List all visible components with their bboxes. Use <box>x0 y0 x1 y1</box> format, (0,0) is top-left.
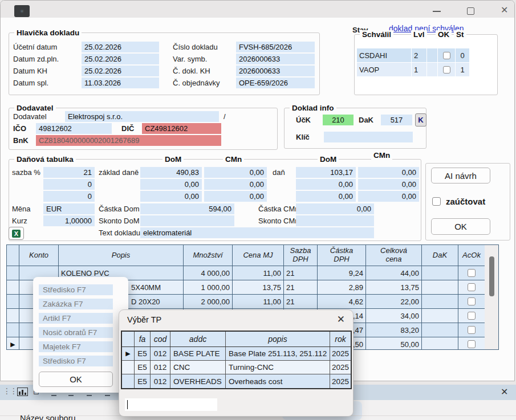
kurz-field[interactable]: 1,00000 <box>43 215 95 226</box>
skonto-cmn-field[interactable] <box>296 215 374 226</box>
dan-cmn-field[interactable]: 0,00 <box>358 191 419 202</box>
cell-sazba-dph: 21 <box>284 280 318 294</box>
dan-dom-field[interactable]: 0,00 <box>296 179 356 190</box>
grid-scrollbar-thumb[interactable] <box>489 256 494 296</box>
acok-checkbox[interactable] <box>468 269 476 277</box>
cell-castka-dph: 9,24 <box>318 266 366 280</box>
cislo-dokladu-field[interactable]: FVSH-685/2026 <box>236 42 315 52</box>
schvalil-row[interactable]: CSDAHI 2 0 <box>357 48 469 62</box>
zaklad-dom-field[interactable]: 490,83 <box>140 167 202 178</box>
col-dom2-label: DoM <box>318 155 339 164</box>
mena-field[interactable]: EUR <box>43 203 95 214</box>
menu-item-stredisko[interactable]: Středisko F7 <box>39 284 113 295</box>
approver-ok-checkbox[interactable] <box>443 66 450 74</box>
ico-field[interactable]: 49812602 <box>36 123 112 134</box>
drag-handle-icon[interactable]: ⋮⋮ <box>3 386 17 395</box>
tp-table-header: fa cod addc popis rok <box>122 332 351 347</box>
dak-label: DaK <box>359 115 373 125</box>
cell-acok <box>458 323 485 337</box>
datum-spl-field[interactable]: 11.03.2026 <box>82 78 159 88</box>
spacer-cell <box>427 63 437 76</box>
dic-field[interactable]: CZ49812602 <box>142 123 221 134</box>
dialog-close-icon[interactable]: ✕ <box>337 313 345 325</box>
text-dokladu-field[interactable]: elektromateriál <box>140 227 374 238</box>
menu-item-majetek[interactable]: Majetek F7 <box>39 341 113 352</box>
zaklad-cmn-field[interactable]: 0,00 <box>204 179 267 190</box>
dan-cmn-field[interactable]: 0,00 <box>358 179 419 190</box>
acok-checkbox[interactable] <box>468 340 476 348</box>
acok-checkbox[interactable] <box>468 283 476 291</box>
sazba-field[interactable]: 0 <box>43 191 95 202</box>
var-symb-field[interactable]: 2026000633 <box>236 54 315 64</box>
sazba-field[interactable]: 21 <box>43 167 95 178</box>
minimize-icon[interactable] <box>433 11 441 12</box>
chart-icon[interactable] <box>17 388 28 396</box>
ai-navrh-button[interactable]: AI návrh <box>431 168 490 184</box>
row-selector <box>7 295 19 308</box>
zaklad-cmn-field[interactable]: 0,00 <box>204 167 267 178</box>
dak-field[interactable]: 517 <box>381 115 412 125</box>
acok-checkbox[interactable] <box>468 326 476 334</box>
schvalil-col-st: St <box>454 30 466 39</box>
uck-field[interactable]: 210 <box>323 115 354 125</box>
ucetni-datum-field[interactable]: 25.02.2026 <box>82 42 159 52</box>
excel-icon: X <box>12 230 21 238</box>
ok-button[interactable]: OK <box>431 218 490 235</box>
zauctovat-checkbox[interactable] <box>432 197 441 206</box>
danova-title: Daňová tabulka <box>14 155 76 164</box>
grid-scrollbar-track[interactable] <box>485 245 498 349</box>
tp-row[interactable]: E5 012 CNC Turning-CNC 2025 <box>122 361 351 374</box>
zaklad-dom-field[interactable]: 0,00 <box>140 179 202 190</box>
datum-kh-field[interactable]: 25.02.2026 <box>82 66 159 76</box>
approver-lvl: 1 <box>412 63 426 76</box>
window-close-icon[interactable]: ✕ <box>501 5 508 15</box>
toolbar-mark-icon <box>68 395 74 396</box>
tp-row-selector: ▶ <box>122 347 135 360</box>
tp-row[interactable]: ▶ E5 012 BASE PLATE Base Plate 251.113, … <box>122 347 351 361</box>
context-menu: Středisko F7 Zakázka F7 Artikl F7 Nosič … <box>33 277 128 393</box>
schvalil-row[interactable]: VAOP 1 1 <box>357 63 469 76</box>
castka-cmn-field[interactable]: 0,00 <box>296 203 374 214</box>
k-button[interactable]: K <box>415 113 426 127</box>
menu-item-zakazka[interactable]: Zakázka F7 <box>39 299 113 309</box>
cell-dak <box>422 266 458 280</box>
cell-dak <box>422 280 458 294</box>
dan-dom-field[interactable]: 103,17 <box>296 167 356 178</box>
menu-ok-button[interactable]: OK <box>39 372 113 387</box>
sazba-field[interactable]: 0 <box>43 179 95 190</box>
c-objednavky-field[interactable]: OPE-659/2026 <box>236 78 315 88</box>
zaklad-cmn-field[interactable]: 0,00 <box>204 191 267 202</box>
mena-label: Měna <box>12 203 31 214</box>
header-acok: AcOk <box>458 245 485 266</box>
tp-search-input[interactable] <box>125 398 217 411</box>
menu-item-nosic-obratu[interactable]: Nosič obratů F7 <box>39 327 113 338</box>
col-cmn2-label: CMn <box>371 151 392 160</box>
bnk-field[interactable]: CZ8180400000002001267689 <box>36 135 221 146</box>
dan-dom-field[interactable]: 0,00 <box>296 191 356 202</box>
dodavatel-name-field[interactable]: Elektrospoj s.r.o. <box>65 111 219 122</box>
titlebar: ✳ ✕ <box>1 1 514 18</box>
skonto-dom-field[interactable] <box>140 215 234 226</box>
header-selector <box>7 245 19 266</box>
acok-checkbox[interactable] <box>468 297 476 305</box>
klic-field[interactable] <box>324 132 413 142</box>
c-dokl-kh-field[interactable]: 2026000633 <box>236 66 315 76</box>
background-close-icon[interactable]: ✕ <box>501 386 508 397</box>
menu-item-stredisko-2[interactable]: Středisko F7 <box>39 356 113 366</box>
excel-export-button[interactable]: X <box>9 227 24 240</box>
field-label: Datum zd.pln. <box>13 54 59 64</box>
tp-cell-fa: E5 <box>135 347 151 360</box>
dan-cmn-field[interactable]: 0,00 <box>358 167 419 178</box>
header-castka-dph: Částka DPH <box>318 245 366 266</box>
acok-checkbox[interactable] <box>468 312 476 320</box>
menu-item-artikl[interactable]: Artikl F7 <box>39 313 113 324</box>
zaklad-dom-field[interactable]: 0,00 <box>140 191 202 202</box>
datum-zdpln-field[interactable]: 25.02.2026 <box>82 54 159 64</box>
items-grid-header: Konto Popis Množství Cena MJ Sazba DPH Č… <box>7 245 485 266</box>
approver-ok-checkbox[interactable] <box>443 52 450 59</box>
tp-row[interactable]: E5 012 OVERHEADS Overheads cost 2025 <box>122 374 351 388</box>
castka-dom-field[interactable]: 594,00 <box>140 203 234 214</box>
cell-acok <box>458 266 485 280</box>
maximize-icon[interactable] <box>467 7 474 15</box>
cell-mnozstvi: 1 000,00 <box>184 280 233 294</box>
